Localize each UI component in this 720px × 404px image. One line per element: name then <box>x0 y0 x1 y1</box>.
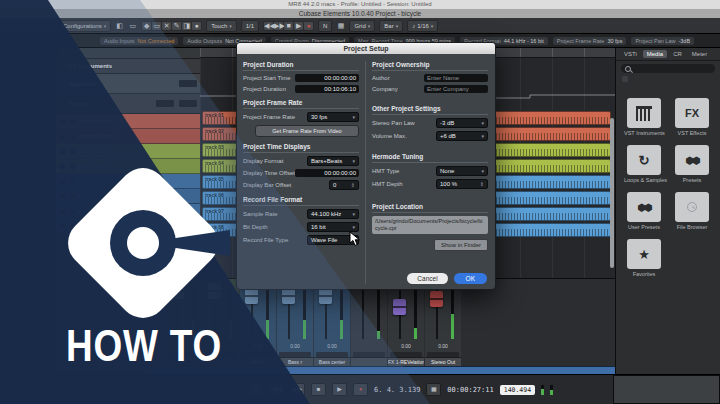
fader-handle[interactable] <box>393 299 406 315</box>
cycle-button[interactable]: ⟲ <box>248 383 263 396</box>
hmt-type-dropdown[interactable]: None ▾ <box>436 166 488 176</box>
solo-button[interactable] <box>69 148 76 155</box>
company-input[interactable]: Enter Company <box>424 85 488 93</box>
ok-button[interactable]: OK <box>454 273 487 284</box>
solo-button[interactable] <box>69 163 76 170</box>
track-piano-close-2[interactable]: piano close 2 <box>56 129 200 144</box>
object-select-tool-icon[interactable]: ◆ <box>142 22 151 30</box>
tile-user-presets[interactable]: ⬢⬢ User Presets <box>624 192 664 230</box>
tile-presets[interactable]: ⬢⬢ Presets <box>672 145 712 183</box>
solo-button[interactable] <box>69 118 76 125</box>
fader-handle[interactable] <box>319 288 332 304</box>
get-frame-rate-button[interactable]: Get Frame Rate From Video <box>255 125 359 137</box>
mute-button[interactable] <box>59 163 66 170</box>
zoom-ratio[interactable]: 1/1 <box>241 20 259 32</box>
forward-button[interactable]: ▶▶ <box>274 22 283 30</box>
tab-meter[interactable]: Meter <box>688 50 711 58</box>
tempo-display[interactable]: 140.494 <box>500 385 535 395</box>
grid-mode-dropdown[interactable]: Bar ▾ <box>379 20 403 32</box>
volume-max-dropdown[interactable]: +6 dB ▾ <box>436 131 488 141</box>
tile-loops-samples[interactable]: ↻ Loops & Samples <box>624 145 664 183</box>
show-in-finder-button[interactable]: Show in Finder <box>434 239 488 251</box>
tempo-value-box[interactable] <box>156 100 174 107</box>
track-vst-instruments[interactable]: ▸ VST Instruments <box>56 59 200 74</box>
record-button[interactable]: ● <box>304 22 313 30</box>
mixer-channel-bass-l[interactable]: 0.00 Bass l <box>240 279 276 367</box>
mute-button[interactable] <box>59 223 66 230</box>
display-bar-offset-stepper[interactable]: 0 ⇕ <box>329 180 359 190</box>
stereo-pan-law-dropdown[interactable]: -3 dB ▾ <box>436 118 488 128</box>
zoom-tool-icon[interactable]: ● <box>192 22 201 30</box>
solo-button[interactable] <box>69 208 76 215</box>
range-tool-icon[interactable]: ▭ <box>152 22 161 30</box>
mute-button[interactable] <box>59 100 66 107</box>
snap-grid-icon[interactable]: ▦ <box>336 22 345 30</box>
tab-media[interactable]: Media <box>643 50 667 58</box>
rewind-button[interactable]: ◀◀ <box>264 22 273 30</box>
split-tool-icon[interactable]: ✕ <box>162 22 171 30</box>
solo-button[interactable] <box>69 133 76 140</box>
mute-button[interactable] <box>59 178 66 185</box>
add-track-icon[interactable]: ✚ <box>60 50 64 56</box>
configurations-dropdown[interactable]: Configurations ▾ <box>58 20 111 32</box>
hmt-depth-stepper[interactable]: 100 % ⇕ <box>436 179 488 189</box>
mute-button[interactable] <box>59 118 66 125</box>
folder-icon[interactable]: ▸ <box>59 63 62 69</box>
mute-button[interactable] <box>59 133 66 140</box>
frame-rate-dropdown[interactable]: 30 fps ▾ <box>307 112 359 122</box>
mute-button[interactable] <box>59 80 66 87</box>
mute-button[interactable] <box>59 208 66 215</box>
track-piano-close-1[interactable]: piano close 1 <box>56 114 200 129</box>
tempo-mode-box[interactable] <box>179 100 197 107</box>
mixer-channel-stereo-out[interactable]: 0.00 Stereo Out <box>425 279 461 367</box>
time-format-icon[interactable]: ▦ <box>426 383 441 396</box>
signature-value-box[interactable] <box>179 80 197 87</box>
automation-mode-dropdown[interactable]: Touch ▾ <box>206 20 237 32</box>
tile-vst-instruments[interactable]: VST Instruments <box>624 98 664 136</box>
tab-cr[interactable]: CR <box>669 50 686 58</box>
dialog-title[interactable]: Project Setup <box>237 43 495 54</box>
mute-button[interactable] <box>59 148 66 155</box>
display-format-dropdown[interactable]: Bars+Beats ▾ <box>307 156 359 166</box>
fader-handle[interactable] <box>208 283 221 299</box>
play-button[interactable]: ▶ <box>332 383 347 396</box>
erase-tool-icon[interactable]: ◨ <box>182 22 191 30</box>
fader-handle[interactable] <box>245 288 258 304</box>
status-pan-law[interactable]: Project Pan Law -3dB <box>631 37 694 45</box>
setup-icon[interactable]: ◧ <box>115 22 124 30</box>
display-time-offset-field[interactable]: 00:00:00:00 <box>295 169 359 177</box>
mixer-channel-bass-r[interactable]: 0.00 Bass r <box>277 279 313 367</box>
sample-rate-dropdown[interactable]: 44.100 kHz ▾ <box>307 209 359 219</box>
fader-handle[interactable] <box>282 288 295 304</box>
mixer-channel-fx[interactable]: 0.00 FX 1-REVelation <box>388 279 424 367</box>
quantize-dropdown[interactable]: ♪ 1/16 ▾ <box>407 20 438 32</box>
window-layout-icon[interactable]: ▭ <box>128 22 137 30</box>
timeline-scrollbar[interactable] <box>610 118 614 268</box>
status-audio-inputs[interactable]: Audio Inputs Not Connected <box>100 37 178 45</box>
rewind-button[interactable]: ◀◀ <box>269 383 284 396</box>
author-input[interactable]: Enter Name <box>424 74 488 82</box>
status-frame-rate[interactable]: Project Frame Rate 30 fps <box>553 37 627 45</box>
transport-position-display[interactable]: 6. 4. 3.139 <box>374 386 420 394</box>
tile-vst-effects[interactable]: FX VST Effects <box>672 98 712 136</box>
play-button[interactable]: ▶ <box>294 22 303 30</box>
filter-icon[interactable] <box>622 76 628 82</box>
tab-vsti[interactable]: VSTi <box>620 50 641 58</box>
tile-favorites[interactable]: ★ Favorites <box>624 239 664 277</box>
mute-button[interactable] <box>59 193 66 200</box>
mixer-channel-bass-center[interactable]: 0.00 Bass center <box>314 279 350 367</box>
solo-button[interactable] <box>69 178 76 185</box>
solo-button[interactable] <box>69 193 76 200</box>
track-tempo[interactable]: Tempo <box>56 94 200 114</box>
media-search-input[interactable] <box>621 64 715 73</box>
fader-handle[interactable] <box>430 291 443 307</box>
track-piano-far-1[interactable]: piano far 1 <box>56 144 200 159</box>
grid-dropdown[interactable]: Grid ▾ <box>349 20 375 32</box>
record-button[interactable]: ● <box>353 383 368 396</box>
stop-button[interactable]: ■ <box>284 22 293 30</box>
forward-button[interactable]: ▶▶ <box>290 383 305 396</box>
cancel-button[interactable]: Cancel <box>407 273 447 284</box>
tile-file-browser[interactable]: File Browser <box>672 192 712 230</box>
filter-icon[interactable]: ▾ <box>67 50 70 56</box>
transport-time-display[interactable]: 00:00:27:11 <box>447 386 493 394</box>
